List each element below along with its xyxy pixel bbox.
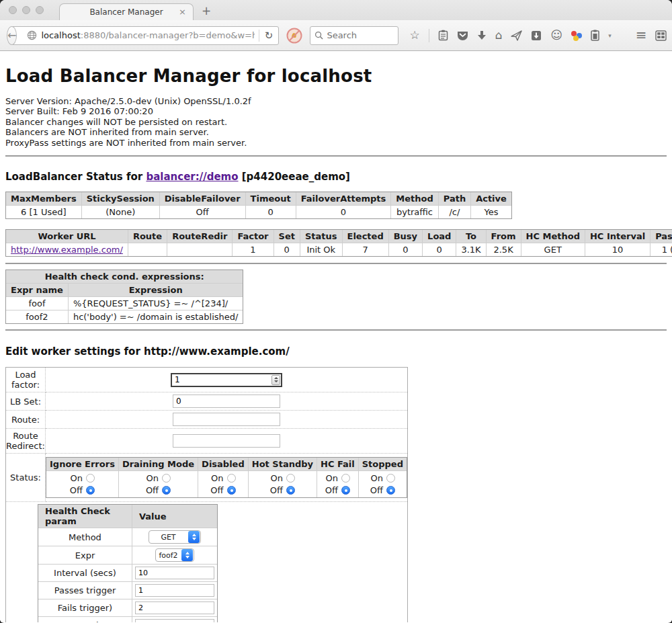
route-redirect-row: Route Redirect:: [6, 429, 407, 454]
cell: [167, 243, 233, 256]
browser-window: Balancer Manager × + ← localhost:8880/ba…: [0, 0, 672, 623]
load-factor-input[interactable]: [171, 373, 282, 387]
tiles-icon[interactable]: [655, 30, 667, 41]
expr-name-cell: foof2: [6, 310, 69, 323]
tab-balancer-manager[interactable]: Balancer Manager ×: [59, 3, 194, 20]
method-label: Method: [38, 528, 132, 546]
header-cell: Active: [471, 192, 511, 206]
disabled-off-radio[interactable]: [227, 486, 236, 495]
cell: (None): [82, 206, 160, 218]
header-cell: HC Fail: [317, 458, 359, 471]
draining-mode-off-radio[interactable]: [162, 486, 171, 495]
back-button[interactable]: ←: [7, 26, 17, 45]
hot-standby-off-radio[interactable]: [286, 486, 295, 495]
download-panel-icon[interactable]: [531, 30, 542, 41]
lb-set-row: LB Set:: [6, 392, 407, 411]
clipboard-menu-icon[interactable]: [591, 30, 599, 41]
hc-fail-on-radio[interactable]: [341, 474, 350, 483]
hc-uri-input[interactable]: [135, 619, 214, 622]
header-cell: Stopped: [359, 458, 407, 471]
expression-cell: hc('body') =~ /domain is established/: [69, 310, 243, 323]
table-row: foof %{REQUEST_STATUS} =~ /^[234]/: [6, 297, 243, 310]
header-cell: Set: [274, 230, 300, 243]
draining-mode-on-radio[interactable]: [162, 474, 171, 483]
hc-uri-label: HC uri: [38, 617, 132, 622]
header-cell: RouteRedir: [167, 230, 233, 243]
header-cell: Expr name: [6, 284, 69, 297]
home-icon[interactable]: ⌂: [495, 30, 503, 41]
header-cell: Hot Standby: [249, 458, 317, 471]
worker-url-link[interactable]: http://www.example.com/: [11, 245, 123, 255]
status-label: Status:: [6, 454, 46, 502]
bookmark-star-icon[interactable]: ☆: [409, 30, 419, 41]
route-input[interactable]: [173, 413, 280, 426]
menu-icon[interactable]: ≡: [636, 30, 647, 41]
interval-input[interactable]: [135, 567, 214, 579]
expr-name-cell: foof: [6, 297, 69, 310]
ignore-errors-off-radio[interactable]: [86, 486, 95, 495]
header-cell: Method: [391, 192, 438, 206]
balancer-link[interactable]: balancer://demo: [146, 171, 238, 183]
header-cell: Route: [128, 230, 167, 243]
hc-fail-off-radio[interactable]: [341, 486, 350, 495]
window-controls: [9, 6, 44, 14]
header-cell: Health Check param: [38, 505, 132, 528]
table-row: 6 [1 Used] (None) Off 0 0 bytraffic /c/ …: [6, 206, 511, 218]
expression-cell: %{REQUEST_STATUS} =~ /^[234]/: [69, 297, 243, 310]
health-check-param-table: Health Check param Value Method GET Expr: [38, 504, 218, 622]
route-redirect-input[interactable]: [173, 434, 280, 448]
pocket-icon[interactable]: [457, 30, 468, 41]
content-blocked-icon[interactable]: [286, 28, 302, 44]
new-tab-button[interactable]: +: [202, 5, 211, 17]
window-zoom-button[interactable]: [36, 6, 44, 14]
stopped-off-radio[interactable]: [386, 486, 395, 495]
cell: Init Ok: [300, 243, 343, 256]
inherit-note-line: Balancers are NOT inherited from main se…: [5, 127, 667, 137]
hot-standby-on-radio[interactable]: [286, 474, 295, 483]
header-cell: Disabled: [198, 458, 249, 471]
cell: 10: [585, 243, 650, 256]
toolbar-buttons: ☆ ⌂ ☺: [409, 29, 667, 42]
route-redirect-label: Route Redirect:: [6, 429, 46, 454]
url-bar[interactable]: localhost:8880/balancer-manager?b=demo&w…: [11, 26, 279, 45]
table-row: foof2 hc('body') =~ /domain is establish…: [6, 310, 243, 323]
feedback-smiley-icon[interactable]: ☺: [550, 30, 562, 41]
clipboard-icon[interactable]: [438, 30, 448, 41]
stopped-on-radio[interactable]: [386, 474, 395, 483]
header-cell: Timeout: [246, 192, 296, 206]
send-tab-icon[interactable]: [511, 30, 522, 41]
header-cell: Status: [300, 230, 343, 243]
header-cell: Passes: [650, 230, 672, 243]
window-close-button[interactable]: [9, 6, 17, 14]
cell: 0: [274, 243, 300, 256]
tab-close-icon[interactable]: ×: [179, 7, 186, 17]
method-select[interactable]: GET: [149, 530, 201, 544]
number-stepper-icon[interactable]: [271, 375, 280, 385]
ignore-errors-on-radio[interactable]: [86, 474, 95, 483]
search-bar[interactable]: [310, 26, 398, 45]
addon-colored-dots-icon[interactable]: [571, 30, 582, 41]
downloads-icon[interactable]: [477, 30, 487, 41]
header-cell: Value: [132, 505, 217, 528]
url-text: localhost:8880/balancer-manager?b=demo&w…: [41, 30, 254, 40]
lb-set-input[interactable]: [173, 394, 280, 408]
reload-button[interactable]: ↻: [263, 30, 279, 42]
dropdown-caret-icon[interactable]: ▾: [608, 32, 612, 39]
expr-label: Expr: [38, 546, 132, 565]
search-input[interactable]: [327, 30, 394, 40]
select-stepper-icon: [188, 531, 200, 543]
navigation-toolbar: ← localhost:8880/balancer-manager?b=demo…: [0, 20, 672, 51]
worker-table: Worker URL Route RouteRedir Factor Set S…: [5, 229, 672, 257]
header-cell: Ignore Errors: [46, 458, 119, 471]
fails-input[interactable]: [135, 601, 214, 614]
disabled-on-radio[interactable]: [227, 474, 236, 483]
passes-input[interactable]: [135, 584, 214, 597]
cell: 1: [233, 243, 274, 256]
passes-row: Passes trigger: [38, 582, 217, 599]
window-minimize-button[interactable]: [22, 6, 30, 14]
load-factor-input-wrap: [171, 373, 282, 387]
tab-title: Balancer Manager: [89, 7, 163, 17]
divider: [5, 329, 667, 331]
expr-select[interactable]: foof2: [155, 548, 194, 562]
header-cell: Draining Mode: [119, 458, 198, 471]
